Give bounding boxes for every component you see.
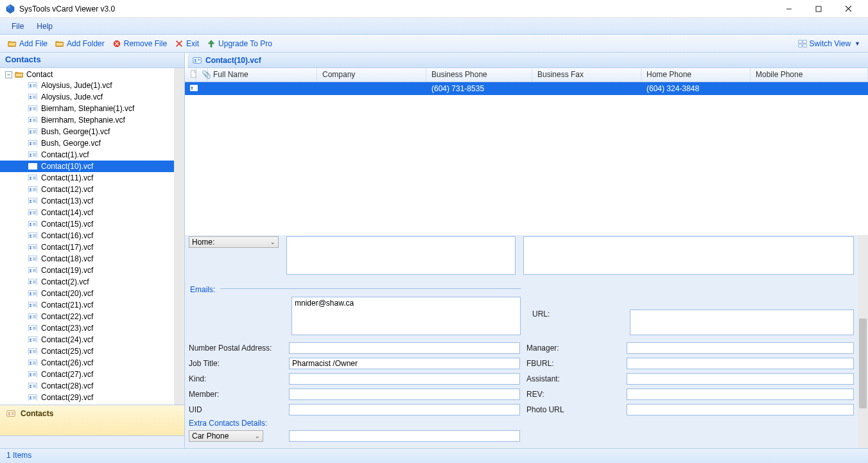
tree-item-label: Contact(10).vcf xyxy=(41,162,93,171)
tree-item[interactable]: Bush, George(1).vcf xyxy=(0,126,184,137)
tree-item[interactable]: Contact(12).vcf xyxy=(0,184,184,195)
tree-item[interactable]: Contact(24).vcf xyxy=(0,334,184,345)
tree-item[interactable]: Contact(22).vcf xyxy=(0,311,184,322)
tree-item[interactable]: Contact(14).vcf xyxy=(0,207,184,218)
tree-item[interactable]: Contact(11).vcf xyxy=(0,172,184,184)
content: Contact(10).vcf 📎 Full Name Company Busi… xyxy=(185,53,868,448)
tree-item[interactable]: Aloysius, Jude.vcf xyxy=(0,91,184,103)
tree-item[interactable]: Contact(1).vcf xyxy=(0,149,184,161)
tree-item[interactable]: Contact(10).vcf xyxy=(0,161,184,172)
vcard-icon xyxy=(28,313,37,320)
upgrade-button[interactable]: Upgrade To Pro xyxy=(203,38,276,49)
tree-item[interactable]: Contact(28).vcf xyxy=(0,380,184,392)
svg-point-65 xyxy=(30,211,31,213)
switch-view-button[interactable]: Switch View ▼ xyxy=(794,38,864,49)
manager-input[interactable] xyxy=(627,342,854,354)
car-phone-input[interactable] xyxy=(289,430,520,442)
grid-body: (604) 731-8535(604) 324-3848 xyxy=(185,82,868,235)
cell-business-fax xyxy=(532,87,641,90)
tree-item[interactable]: Contact(26).vcf xyxy=(0,357,184,369)
exit-button[interactable]: Exit xyxy=(171,38,203,49)
home-address-textarea[interactable] xyxy=(286,236,516,275)
uid-input[interactable] xyxy=(289,404,520,415)
minimize-button[interactable] xyxy=(774,0,804,18)
add-folder-button[interactable]: Add Folder xyxy=(51,38,108,49)
uid-label: UID xyxy=(189,405,284,414)
tree-view[interactable]: −ContactAloysius, Jude(1).vcfAloysius, J… xyxy=(0,68,184,405)
tree-item-label: Contact(16).vcf xyxy=(41,231,93,240)
tree-item[interactable]: Contact(16).vcf xyxy=(0,230,184,241)
tree-item-label: Contact(15).vcf xyxy=(41,220,93,229)
vcard-icon xyxy=(28,174,37,182)
extra-phone-type-dropdown[interactable]: Car Phone ⌄ xyxy=(189,430,263,442)
tree-item[interactable]: Contact(19).vcf xyxy=(0,265,184,276)
kind-input[interactable] xyxy=(289,373,520,385)
vcard-icon xyxy=(28,336,37,344)
vcard-icon xyxy=(28,128,37,135)
photo-url-label: Photo URL xyxy=(526,405,621,414)
tree-item-label: Aloysius, Jude.vcf xyxy=(41,92,103,101)
tree-item[interactable]: Contact(20).vcf xyxy=(0,288,184,299)
vcard-icon xyxy=(28,359,37,367)
tree-item[interactable]: Bush, George.vcf xyxy=(0,137,184,149)
member-input[interactable] xyxy=(289,389,520,400)
add-file-button[interactable]: Add File xyxy=(4,38,51,49)
fburl-input[interactable] xyxy=(627,358,854,369)
close-button[interactable] xyxy=(833,0,863,18)
number-postal-input[interactable] xyxy=(289,342,520,354)
rev-input[interactable] xyxy=(627,389,854,400)
maximize-button[interactable] xyxy=(804,0,833,18)
details-scrollbar[interactable] xyxy=(858,235,868,448)
photo-url-input[interactable] xyxy=(627,404,854,415)
col-company[interactable]: Company xyxy=(317,68,426,82)
col-type-icon[interactable] xyxy=(185,68,196,82)
secondary-textarea[interactable] xyxy=(523,236,854,275)
table-row[interactable]: (604) 731-8535(604) 324-3848 xyxy=(185,82,868,95)
tree-item[interactable]: Contact(13).vcf xyxy=(0,195,184,207)
sidebar-bottom-label: Contacts xyxy=(21,409,53,418)
sidebar-scrollbar[interactable] xyxy=(174,68,184,405)
menu-file[interactable]: File xyxy=(5,19,30,33)
tree-item[interactable]: Contact(2).vcf xyxy=(0,276,184,288)
job-title-input[interactable] xyxy=(289,358,520,369)
col-home-phone[interactable]: Home Phone xyxy=(641,68,751,82)
svg-point-10 xyxy=(30,83,31,85)
tree-collapse-icon[interactable]: − xyxy=(5,71,12,78)
svg-point-115 xyxy=(30,326,31,328)
tree-item[interactable]: Aloysius, Jude(1).vcf xyxy=(0,80,184,91)
kind-label: Kind: xyxy=(189,374,284,383)
tree-item-label: Contact(27).vcf xyxy=(41,370,93,379)
url-input[interactable] xyxy=(630,310,854,335)
tree-item[interactable]: Contact(18).vcf xyxy=(0,253,184,265)
col-mobile-phone[interactable]: Mobile Phone xyxy=(751,68,868,82)
sidebar-bottom-contacts[interactable]: Contacts xyxy=(0,405,184,435)
tree-item[interactable]: Biernham, Stephanie.vcf xyxy=(0,114,184,126)
tree-item[interactable]: Contact(17).vcf xyxy=(0,241,184,253)
details-pane: Home: ⌄ Emails: URL: xyxy=(185,235,868,448)
tree-root-contact[interactable]: −Contact xyxy=(0,69,184,80)
assistant-input[interactable] xyxy=(627,373,854,385)
tree-item[interactable]: Contact(21).vcf xyxy=(0,299,184,311)
row-type-icon xyxy=(185,83,196,95)
menu-help[interactable]: Help xyxy=(30,19,59,33)
tree-item[interactable]: Contact(15).vcf xyxy=(0,218,184,230)
tree-item[interactable]: Contact(23).vcf xyxy=(0,322,184,334)
folder-open-icon xyxy=(8,39,17,48)
address-type-dropdown[interactable]: Home: ⌄ xyxy=(189,236,279,248)
emails-textarea[interactable] xyxy=(291,297,521,335)
col-full-name[interactable]: Full Name xyxy=(208,68,317,82)
tree-item[interactable]: Contact(29).vcf xyxy=(0,392,184,403)
tree-item[interactable]: Contact(27).vcf xyxy=(0,369,184,380)
tree-item[interactable]: Contact(25).vcf xyxy=(0,345,184,357)
tree-item[interactable]: Biernham, Stephanie(1).vcf xyxy=(0,103,184,114)
vcard-icon xyxy=(28,278,37,286)
svg-point-60 xyxy=(30,199,31,201)
col-attachment-icon[interactable]: 📎 xyxy=(196,68,208,82)
col-business-fax[interactable]: Business Fax xyxy=(532,68,641,82)
chevron-down-icon: ▼ xyxy=(855,40,860,47)
vcard-icon xyxy=(28,371,37,378)
remove-file-button[interactable]: Remove File xyxy=(108,38,171,49)
svg-point-15 xyxy=(30,95,31,97)
col-business-phone[interactable]: Business Phone xyxy=(426,68,532,82)
vcard-icon xyxy=(28,82,37,89)
